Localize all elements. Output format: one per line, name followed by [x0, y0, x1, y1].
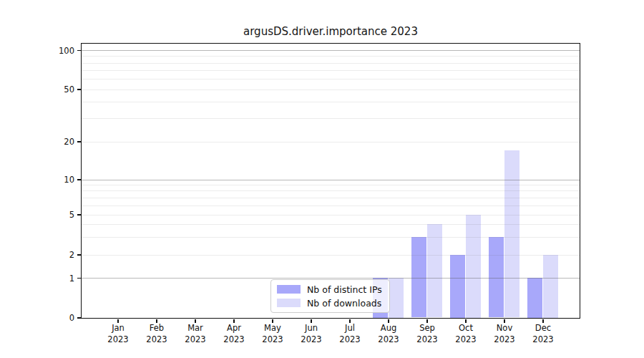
- y-tick-mark: [77, 214, 81, 216]
- x-tick-mark: [388, 319, 389, 323]
- y-gridline-minor: [82, 255, 580, 256]
- bar-nb-of-distinct-ips-dec: [527, 278, 543, 318]
- x-tick-mark: [311, 319, 312, 323]
- legend-entry-distinct-ips: Nb of distinct IPs: [277, 284, 384, 295]
- y-gridline-minor: [82, 142, 580, 142]
- legend-swatch-downloads: [277, 299, 301, 307]
- bar-nb-of-downloads-oct: [466, 215, 482, 318]
- y-tick-label: 20: [29, 137, 74, 147]
- bar-nb-of-downloads-nov: [504, 150, 520, 318]
- y-gridline-minor: [82, 63, 580, 64]
- y-gridline-minor: [82, 70, 580, 71]
- y-tick-mark: [77, 141, 81, 142]
- y-gridline-minor: [82, 215, 580, 216]
- bar-nb-of-downloads-aug: [389, 278, 404, 318]
- y-gridline-minor: [82, 224, 580, 225]
- y-gridline-minor: [82, 56, 580, 57]
- x-tick-mark: [542, 319, 544, 323]
- y-gridline-major: [82, 50, 580, 51]
- x-tick-mark: [426, 319, 428, 323]
- y-tick-mark: [77, 89, 81, 90]
- y-gridline-minor: [82, 185, 580, 185]
- chart-title: argusDS.driver.importance 2023: [82, 25, 580, 38]
- y-gridline-minor: [82, 205, 580, 206]
- y-gridline-minor: [82, 118, 580, 119]
- y-tick-label: 2: [29, 250, 74, 260]
- x-tick-mark: [465, 319, 467, 323]
- y-gridline-minor: [82, 102, 580, 102]
- x-tick-label-dec: Dec2023: [520, 323, 566, 345]
- plot-area: [81, 43, 580, 319]
- y-tick-label: 100: [29, 46, 74, 56]
- bar-nb-of-distinct-ips-oct: [450, 255, 466, 318]
- figure: argusDS.driver.importance 2023 Nb of dis…: [0, 0, 644, 358]
- y-gridline-minor: [82, 237, 580, 238]
- legend-swatch-distinct-ips: [277, 285, 301, 294]
- x-tick-mark: [349, 319, 351, 323]
- x-tick-mark: [195, 319, 196, 323]
- y-tick-label: 50: [29, 84, 74, 95]
- legend-label-downloads: Nb of downloads: [307, 298, 381, 309]
- y-tick-mark: [77, 50, 81, 52]
- x-tick-mark: [272, 319, 273, 323]
- y-tick-label: 5: [29, 210, 74, 220]
- y-gridline-minor: [82, 79, 580, 79]
- y-gridline-minor: [82, 90, 580, 90]
- bar-nb-of-downloads-sep: [427, 224, 443, 317]
- y-gridline-minor: [82, 198, 580, 198]
- y-tick-mark: [77, 179, 81, 180]
- y-gridline-minor: [82, 190, 580, 191]
- legend-label-distinct-ips: Nb of distinct IPs: [307, 284, 382, 295]
- x-tick-mark: [504, 319, 505, 323]
- x-tick-mark: [233, 319, 235, 323]
- y-tick-label: 0: [29, 313, 74, 323]
- bar-nb-of-downloads-dec: [543, 255, 559, 318]
- x-tick-mark: [117, 319, 119, 323]
- y-tick-label: 10: [29, 175, 74, 185]
- y-tick-mark: [77, 278, 81, 279]
- y-tick-label: 1: [29, 274, 74, 284]
- x-tick-mark: [156, 319, 157, 323]
- legend: Nb of distinct IPs Nb of downloads: [270, 279, 390, 313]
- y-gridline-major: [82, 278, 580, 279]
- y-tick-mark: [77, 254, 81, 256]
- legend-entry-downloads: Nb of downloads: [277, 298, 384, 309]
- y-gridline-major: [82, 180, 580, 180]
- y-tick-mark: [77, 317, 81, 319]
